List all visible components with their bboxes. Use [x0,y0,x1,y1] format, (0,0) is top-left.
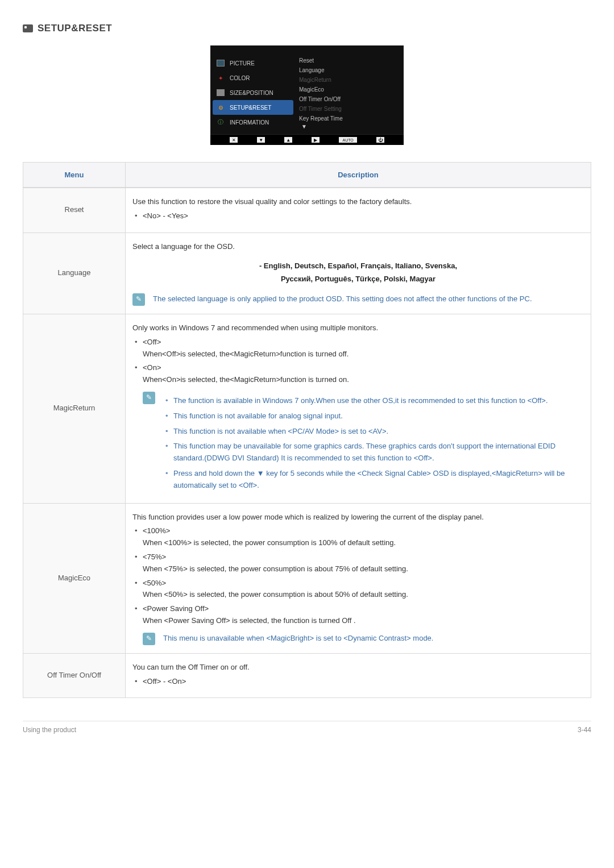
magiceco-psoff-t: When <Power Saving Off> is selected, the… [143,615,584,627]
section-header: SETUP&RESET [23,23,591,34]
osd-item-label: SETUP&RESET [230,105,271,111]
magicreturn-intro: Only works in Windows 7 and recommended … [132,322,584,334]
magiceco-75: <75%> When <75%> is selected, the power … [132,551,584,575]
reset-options: <No> - <Yes> [132,210,584,222]
osd-item-label: PICTURE [230,60,255,67]
magiceco-75-t: When <75%> is selected, the power consum… [143,563,584,575]
menu-label-offtimer: Off Timer On/Off [23,653,126,698]
settings-table: Menu Description Reset Use this function… [23,162,591,698]
osd-r-magicreturn: MagicReturn [299,75,398,85]
offtimer-desc: You can turn the Off Timer on or off. [132,662,584,674]
language-list-1: - English, Deutsch, Español, Français, I… [132,260,584,272]
table-row: Off Timer On/Off You can turn the Off Ti… [23,653,591,698]
osd-r-reset: Reset [299,56,398,65]
menu-label-reset: Reset [23,188,126,232]
magiceco-note: This menu is unavailable when <MagicBrig… [163,633,584,645]
table-row: MagicReturn Only works in Windows 7 and … [23,314,591,503]
osd-left-menu: PICTURE ✦ COLOR SIZE&POSITION ⚙ SETUP&RE… [210,51,296,134]
info-icon: ⓘ [216,118,225,126]
magicreturn-note-1: The function is available in Windows 7 o… [163,395,584,407]
osd-preview: PICTURE ✦ COLOR SIZE&POSITION ⚙ SETUP&RE… [23,45,591,145]
osd-more-indicator: ▼ [299,123,398,130]
desc-magicreturn: Only works in Windows 7 and recommended … [126,314,591,503]
menu-label-magiceco: MagicEco [23,503,126,653]
osd-btn-down-icon: ▼ [257,137,265,143]
osd-item-information: ⓘ INFORMATION [210,115,296,130]
magiceco-50-t: When <50%> is selected, the power consum… [143,589,584,601]
palette-icon: ✦ [216,74,225,82]
magiceco-100: <100%> When <100%> is selected, the powe… [132,525,584,549]
magicreturn-off: <Off> When<Off>is selected, the<MagicRet… [132,337,584,360]
osd-item-label: INFORMATION [230,119,269,126]
osd-item-color: ✦ COLOR [210,70,296,85]
magiceco-100-t: When <100%> is selected, the power consu… [143,537,584,549]
osd-panel: PICTURE ✦ COLOR SIZE&POSITION ⚙ SETUP&RE… [210,45,404,145]
screen-icon [23,24,33,32]
desc-magiceco: This function provides user a low power … [126,503,591,653]
osd-btn-right-icon: ▶ [312,137,320,143]
magiceco-intro: This function provides user a low power … [132,512,584,524]
footer-left: Using the product [23,726,76,734]
osd-r-offtimer-setting: Off Timer Setting [299,104,398,114]
osd-right-menu: Reset Language MagicReturn MagicEco Off … [296,51,404,134]
magicreturn-note-5: Press and hold down the ▼ key for 5 seco… [163,468,584,492]
magicreturn-on-h: <On> [143,362,584,374]
osd-item-sizepos: SIZE&POSITION [210,85,296,100]
note-block: ✎ The selected language is only applied … [132,293,584,306]
osd-btn-close-icon: ✕ [230,137,238,143]
osd-btn-auto: AUTO [339,137,356,143]
magiceco-75-h: <75%> [143,551,584,563]
magiceco-psoff: <Power Saving Off> When <Power Saving Of… [132,603,584,627]
language-note: The selected language is only applied to… [153,293,584,305]
osd-r-keyrepeat: Key Repeat Time [299,114,398,123]
footer-right: 3-44 [578,726,591,734]
sizepos-icon [216,89,225,97]
menu-label-language: Language [23,232,126,314]
desc-language: Select a language for the OSD. - English… [126,232,591,314]
osd-footer: ✕ ▼ ▲ ▶ AUTO ⏻ [210,134,404,145]
osd-btn-power-icon: ⏻ [376,137,384,143]
note-icon: ✎ [143,392,155,404]
magicreturn-off-h: <Off> [143,337,584,348]
picture-icon [216,59,225,67]
table-row: Language Select a language for the OSD. … [23,232,591,314]
note-icon: ✎ [132,293,145,306]
note-icon: ✎ [143,633,155,645]
magiceco-50: <50%> When <50%> is selected, the power … [132,578,584,601]
menu-label-magicreturn: MagicReturn [23,314,126,503]
th-menu: Menu [23,163,126,188]
table-row: MagicEco This function provides user a l… [23,503,591,653]
table-row: Reset Use this function to restore the v… [23,188,591,232]
magicreturn-note-2: This function is not available for analo… [163,410,584,422]
osd-item-label: SIZE&POSITION [230,90,273,96]
osd-item-picture: PICTURE [210,56,296,70]
osd-r-language: Language [299,65,398,75]
language-list-2: Русский, Português, Türkçe, Polski, Magy… [132,273,584,285]
desc-reset: Use this function to restore the visual … [126,188,591,232]
magicreturn-on: <On> When<On>is selected, the<MagicRetur… [132,362,584,386]
osd-btn-up-icon: ▲ [284,137,292,143]
osd-r-magiceco: MagicEco [299,85,398,94]
note-block: ✎ This menu is unavailable when <MagicBr… [132,633,584,645]
note-block: ✎ The function is available in Windows 7… [132,392,584,495]
magicreturn-on-t: When<On>is selected, the<MagicReturn>fun… [143,374,584,386]
desc-offtimer: You can turn the Off Timer on or off. <O… [126,653,591,698]
magicreturn-off-t: When<Off>is selected, the<MagicReturn>fu… [143,348,584,360]
magicreturn-note-3: This function is not available when <PC/… [163,426,584,438]
language-desc-text: Select a language for the OSD. [132,241,584,253]
offtimer-options: <Off> - <On> [132,676,584,688]
section-title: SETUP&RESET [38,23,112,34]
osd-item-setupreset: ⚙ SETUP&RESET [213,100,293,115]
osd-r-offtimer-onoff: Off Timer On/Off [299,94,398,104]
magiceco-100-h: <100%> [143,525,584,537]
reset-desc-text: Use this function to restore the visual … [132,196,584,208]
osd-item-label: COLOR [230,75,250,81]
magicreturn-note-4: This function may be unavailable for som… [163,441,584,464]
magiceco-psoff-h: <Power Saving Off> [143,603,584,615]
th-desc: Description [126,163,591,188]
magiceco-50-h: <50%> [143,578,584,589]
page-footer: Using the product 3-44 [23,721,591,734]
gear-icon: ⚙ [216,103,225,111]
